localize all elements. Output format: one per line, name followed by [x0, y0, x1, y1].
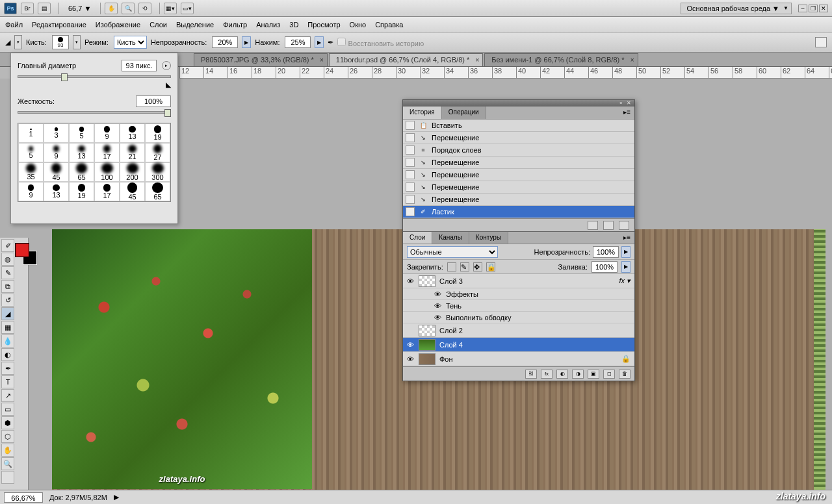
fill-slider-icon[interactable]: ▶ — [621, 261, 630, 273]
restore-history-checkbox[interactable]: Восстановить историю — [337, 38, 424, 47]
visibility-icon[interactable]: 👁 — [406, 277, 415, 286]
brush-preset[interactable]: 300 — [145, 162, 170, 182]
lock-position-icon[interactable]: ✥ — [473, 262, 482, 271]
mask-icon[interactable]: ◐ — [556, 370, 568, 379]
layers-list[interactable]: 👁Слой 3fx ▾👁Эффекты👁Тень👁Выполнить обвод… — [403, 274, 634, 366]
ruler-horizontal[interactable]: 1214161820222426283032343638404244464850… — [179, 67, 832, 79]
layer-row[interactable]: 👁Слой 4 — [403, 338, 634, 352]
flow-slider-icon[interactable]: ▶ — [315, 36, 324, 48]
type-tool[interactable]: T — [1, 375, 14, 388]
brush-preset[interactable]: 19 — [145, 123, 170, 143]
zoom-tool[interactable]: 🔍 — [1, 457, 14, 470]
film-icon[interactable]: ▤ — [38, 3, 51, 14]
flow-value[interactable]: 25% — [285, 36, 311, 48]
eraser-tool-icon[interactable]: ◢ — [5, 38, 10, 47]
layer-effect[interactable]: 👁Выполнить обводку — [403, 312, 634, 323]
panel-menu-icon[interactable]: ▸≡ — [619, 107, 634, 119]
brush-preset[interactable]: 200 — [120, 162, 145, 182]
pen-tool[interactable]: ✒ — [1, 362, 14, 375]
visibility-icon[interactable] — [406, 326, 415, 335]
hand-tool[interactable]: ✋ — [1, 444, 14, 457]
3d-camera-tool[interactable]: ⬡ — [1, 430, 14, 443]
menu-layer[interactable]: Слои — [150, 21, 167, 29]
brush-preset[interactable]: 3 — [44, 123, 69, 143]
doc-tab-2[interactable]: Без имени-1 @ 66,7% (Слой 8, RGB/8) *× — [484, 53, 638, 66]
brush-preset[interactable]: 9 — [18, 182, 44, 201]
zoom-field[interactable]: 66,67% — [4, 492, 43, 503]
blur-tool[interactable]: 💧 — [1, 334, 14, 347]
history-brush-tool[interactable]: ↺ — [1, 294, 14, 307]
layer-opacity-value[interactable]: 100% — [593, 246, 619, 258]
brush-preset[interactable]: 21 — [120, 143, 145, 162]
close-tab-icon[interactable]: × — [630, 57, 634, 64]
layer-row[interactable]: 👁Слой 3fx ▾ — [403, 274, 634, 288]
brush-preset[interactable]: 1 — [18, 123, 44, 143]
layer-row[interactable]: Слой 2 — [403, 323, 634, 338]
hardness-slider[interactable] — [18, 111, 171, 114]
history-item[interactable]: ↘Перемещение — [403, 169, 634, 181]
lock-pixels-icon[interactable]: ✎ — [460, 262, 469, 271]
layer-effect[interactable]: 👁Эффекты — [403, 288, 634, 300]
menu-view[interactable]: Просмотр — [307, 21, 340, 29]
new-preset-icon[interactable]: ◣ — [166, 81, 171, 88]
brush-preset[interactable]: 13 — [69, 143, 94, 162]
brush-preset[interactable]: 5 — [69, 123, 94, 143]
shape-tool[interactable]: ▭ — [1, 403, 14, 416]
tab-channels[interactable]: Каналы — [432, 232, 469, 244]
hardness-input[interactable] — [136, 95, 171, 107]
brush-dropdown[interactable]: ▾ — [73, 35, 81, 49]
diameter-slider[interactable] — [18, 75, 171, 78]
tab-actions[interactable]: Операции — [442, 107, 486, 119]
fx-icon[interactable]: fx — [541, 370, 552, 379]
gradient-tool[interactable]: ▦ — [1, 321, 14, 334]
new-layer-icon[interactable]: ◻ — [603, 370, 615, 379]
history-list[interactable]: 📋Вставить↘Перемещение≡Порядок слоев↘Пере… — [403, 120, 634, 218]
history-item[interactable]: ≡Порядок слоев — [403, 144, 634, 157]
eraser-tool[interactable]: ◢ — [1, 307, 14, 320]
history-item[interactable]: ↘Перемещение — [403, 181, 634, 194]
hand-icon[interactable]: ✋ — [105, 3, 118, 14]
eyedropper-tool[interactable]: ✐ — [1, 239, 14, 252]
history-item[interactable]: ✐Ластик — [403, 206, 634, 218]
history-item[interactable]: ↘Перемещение — [403, 157, 634, 169]
brush-preset[interactable]: 27 — [145, 143, 170, 162]
minimize-icon[interactable]: – — [798, 5, 807, 12]
diameter-input[interactable] — [122, 60, 157, 71]
brush-preset[interactable]: 35 — [18, 162, 44, 182]
tool-presets-icon[interactable] — [815, 37, 827, 47]
doc-tab-0[interactable]: P8050037.JPG @ 33,3% (RGB/8) *× — [194, 53, 328, 66]
blend-mode-select[interactable]: Обычные — [407, 246, 498, 258]
menu-file[interactable]: Файл — [5, 21, 23, 29]
opacity-slider-icon[interactable]: ▶ — [242, 36, 251, 48]
new-doc-icon[interactable] — [603, 221, 614, 230]
visibility-icon[interactable]: 👁 — [406, 355, 415, 364]
lock-transparency-icon[interactable] — [447, 262, 456, 271]
history-item[interactable]: 📋Вставить — [403, 120, 634, 132]
restore-icon[interactable]: ❐ — [809, 5, 818, 12]
menu-edit[interactable]: Редактирование — [32, 21, 86, 29]
layer-opacity-slider-icon[interactable]: ▶ — [621, 246, 630, 258]
link-layers-icon[interactable]: ⛓ — [525, 370, 537, 379]
doc-info-arrow-icon[interactable]: ▶ — [114, 493, 119, 501]
brush-preset[interactable]: 17 — [94, 143, 120, 162]
layers-menu-icon[interactable]: ▸≡ — [619, 232, 634, 244]
brush-preset[interactable]: 9 — [44, 143, 69, 162]
history-item[interactable]: ↘Перемещение — [403, 194, 634, 206]
menu-image[interactable]: Изображение — [96, 21, 140, 29]
menu-help[interactable]: Справка — [375, 21, 403, 29]
close-tab-icon[interactable]: × — [320, 57, 324, 64]
brush-preset[interactable]: 45 — [44, 162, 69, 182]
menu-filter[interactable]: Фильтр — [223, 21, 247, 29]
layer-effect[interactable]: 👁Тень — [403, 300, 634, 312]
layer-row[interactable]: 👁Фон🔒 — [403, 352, 634, 366]
close-tab-icon[interactable]: × — [475, 57, 479, 64]
doc-tab-1[interactable]: 11bordur.psd @ 66,7% (Слой 4, RGB/8) *× — [329, 53, 483, 66]
visibility-icon[interactable]: 👁 — [406, 340, 415, 349]
brush-preset[interactable]: 9 — [94, 123, 120, 143]
rotate-icon[interactable]: ⟲ — [138, 3, 151, 14]
arrange-icon[interactable]: ▦▾ — [164, 3, 177, 14]
group-icon[interactable]: ▣ — [588, 370, 599, 379]
panel-titlebar[interactable]: «✕ — [403, 100, 634, 107]
zoom-indicator[interactable]: 66,7 ▼ — [68, 5, 91, 12]
brush-preset[interactable]: 19 — [69, 182, 94, 201]
